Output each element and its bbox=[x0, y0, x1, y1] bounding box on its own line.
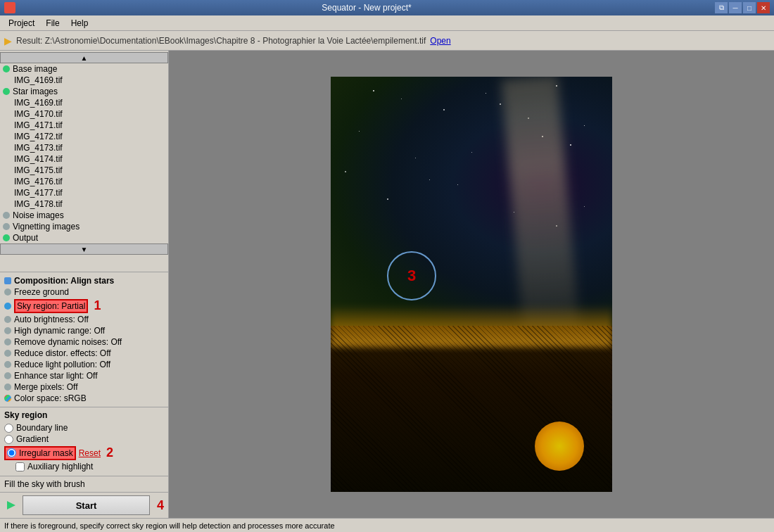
gradient-radio[interactable] bbox=[4, 435, 13, 444]
opt-hdr[interactable]: High dynamic range: Off bbox=[4, 325, 164, 336]
tree-base-image[interactable]: Base image bbox=[0, 63, 168, 75]
dot-icon bbox=[3, 65, 10, 72]
boundary-radio[interactable] bbox=[4, 424, 13, 433]
annotation-3-label: 3 bbox=[407, 267, 416, 285]
file-tree[interactable]: ▲ Base image IMG_4169.tif Star images IM… bbox=[0, 51, 168, 272]
dot-icon bbox=[4, 350, 11, 357]
minimize-button[interactable]: ─ bbox=[729, 2, 742, 13]
statusbar: If there is foreground, specify correct … bbox=[0, 518, 774, 532]
start-button[interactable]: Start bbox=[23, 495, 150, 515]
menu-project[interactable]: Project bbox=[3, 17, 40, 30]
opt-composition-title: Composition: Align stars bbox=[4, 275, 164, 286]
dot-icon bbox=[4, 316, 11, 323]
result-arrow-icon: ▶ bbox=[4, 35, 12, 46]
sky-region-panel: Sky region Boundary line Gradient Irregu… bbox=[0, 407, 168, 476]
annotation-1: 1 bbox=[94, 298, 101, 313]
tree-vignetting-images[interactable]: Vignetting images bbox=[0, 221, 168, 232]
fill-sky-label: Fill the sky with brush bbox=[4, 479, 85, 489]
reset-link[interactable]: Reset bbox=[79, 448, 101, 458]
open-link[interactable]: Open bbox=[430, 36, 450, 46]
window-title: Sequator - New project* bbox=[18, 3, 715, 13]
window-controls: ⧉ ─ □ ✕ bbox=[715, 2, 770, 13]
tree-img4176[interactable]: IMG_4176.tif bbox=[0, 176, 168, 187]
fill-sky-panel: Fill the sky with brush bbox=[0, 476, 168, 493]
main-content: ▲ Base image IMG_4169.tif Star images IM… bbox=[0, 51, 774, 518]
dot-icon bbox=[3, 234, 10, 241]
tree-img4169-base[interactable]: IMG_4169.tif bbox=[0, 75, 168, 86]
opt-star-light[interactable]: Enhance star light: Off bbox=[4, 370, 164, 381]
opt-freeze-ground[interactable]: Freeze ground bbox=[4, 286, 164, 298]
play-icon bbox=[4, 498, 18, 512]
tree-img4174[interactable]: IMG_4174.tif bbox=[0, 153, 168, 165]
opt-color-space[interactable]: Color space: sRGB bbox=[4, 393, 164, 404]
dot-icon bbox=[3, 212, 10, 219]
auxiliary-highlight-option[interactable]: Auxiliary highlight bbox=[4, 462, 164, 471]
opt-distortion[interactable]: Reduce distor. effects: Off bbox=[4, 348, 164, 359]
scroll-down-btn[interactable]: ▼ bbox=[0, 243, 168, 255]
tree-img4178[interactable]: IMG_4178.tif bbox=[0, 198, 168, 210]
dot-icon bbox=[4, 361, 11, 368]
opt-sky-region[interactable]: Sky region: Partial 1 bbox=[4, 298, 164, 314]
start-area: Start 4 bbox=[0, 493, 168, 518]
result-path: Result: Z:\Astronomie\Documentation\EBoo… bbox=[16, 36, 426, 46]
dot-icon bbox=[3, 223, 10, 230]
dot-icon bbox=[4, 395, 11, 402]
astronomy-image: 3 bbox=[331, 77, 612, 492]
options-panel: Composition: Align stars Freeze ground S… bbox=[0, 272, 168, 407]
image-preview-area: 3 bbox=[169, 51, 774, 518]
dot-icon bbox=[4, 384, 11, 391]
sky-region-title: Sky region bbox=[4, 410, 164, 420]
opt-dynamic-noise[interactable]: Remove dynamic noises: Off bbox=[4, 336, 164, 348]
tree-img4177[interactable]: IMG_4177.tif bbox=[0, 187, 168, 198]
maximize-button[interactable]: □ bbox=[743, 2, 756, 13]
auxiliary-checkbox[interactable] bbox=[15, 462, 25, 471]
menubar: Project File Help bbox=[0, 15, 774, 31]
close-button[interactable]: ✕ bbox=[757, 2, 770, 13]
resultbar: ▶ Result: Z:\Astronomie\Documentation\EB… bbox=[0, 31, 774, 51]
opt-light-pollution[interactable]: Reduce light pollution: Off bbox=[4, 359, 164, 370]
dot-icon bbox=[4, 338, 11, 346]
dot-icon bbox=[3, 88, 10, 95]
dot-icon bbox=[4, 327, 11, 334]
left-panel: ▲ Base image IMG_4169.tif Star images IM… bbox=[0, 51, 169, 518]
annotation-2: 2 bbox=[106, 445, 113, 460]
restore-button[interactable]: ⧉ bbox=[715, 2, 728, 13]
tree-img4171[interactable]: IMG_4171.tif bbox=[0, 120, 168, 131]
composition-icon bbox=[4, 277, 11, 284]
menu-file[interactable]: File bbox=[40, 17, 65, 30]
tree-output[interactable]: Output bbox=[0, 232, 168, 243]
dot-icon bbox=[4, 372, 11, 379]
titlebar: Sequator - New project* ⧉ ─ □ ✕ bbox=[0, 0, 774, 15]
status-text: If there is foreground, specify correct … bbox=[4, 521, 335, 530]
tree-img4173[interactable]: IMG_4173.tif bbox=[0, 142, 168, 153]
dot-icon bbox=[4, 289, 11, 296]
tree-img4172[interactable]: IMG_4172.tif bbox=[0, 131, 168, 142]
tree-img4169[interactable]: IMG_4169.tif bbox=[0, 97, 168, 108]
opt-auto-brightness[interactable]: Auto brightness: Off bbox=[4, 314, 164, 325]
opt-merge-pixels[interactable]: Merge pixels: Off bbox=[4, 381, 164, 393]
radio-gradient[interactable]: Gradient bbox=[4, 434, 164, 444]
annotation-4: 4 bbox=[157, 498, 164, 513]
irregular-mask-radio[interactable] bbox=[7, 448, 16, 457]
yellow-orb bbox=[535, 422, 584, 471]
tree-img4175[interactable]: IMG_4175.tif bbox=[0, 165, 168, 176]
tree-noise-images[interactable]: Noise images bbox=[0, 210, 168, 221]
app-icon bbox=[4, 2, 15, 13]
tree-img4170[interactable]: IMG_4170.tif bbox=[0, 108, 168, 120]
radio-irregular-mask[interactable]: Irregular mask Reset 2 bbox=[4, 445, 164, 460]
dot-icon bbox=[4, 303, 11, 310]
svg-marker-0 bbox=[7, 501, 15, 509]
circle-annotation-3: 3 bbox=[387, 251, 436, 300]
tree-star-images[interactable]: Star images bbox=[0, 86, 168, 97]
radio-boundary-line[interactable]: Boundary line bbox=[4, 423, 164, 433]
scroll-up-btn[interactable]: ▲ bbox=[0, 52, 168, 63]
menu-help[interactable]: Help bbox=[65, 17, 94, 30]
